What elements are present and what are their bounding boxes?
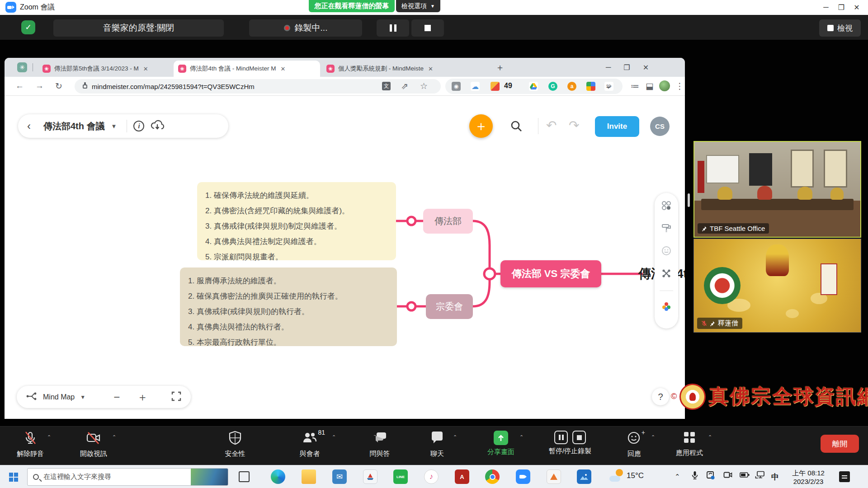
acrobat-icon[interactable]: A <box>455 469 469 484</box>
node-versus[interactable]: 傳法部 VS 宗委會 <box>500 260 601 287</box>
node-chuanfabu[interactable]: 傳法部 <box>423 209 473 234</box>
share-screen-button[interactable]: 分享畫面 ⌃ <box>476 431 526 456</box>
chevron-up-icon[interactable]: ⌃ <box>651 434 655 440</box>
back-icon[interactable]: ← <box>15 81 24 91</box>
info-icon[interactable]: i <box>133 121 144 131</box>
chevron-up-icon[interactable]: ⌃ <box>47 434 51 440</box>
reading-list-icon[interactable]: ≔ <box>631 81 639 91</box>
bookmark-star-icon[interactable]: ☆ <box>420 81 428 91</box>
address-bar[interactable]: mindmeister.com/map/2425981594?t=QV3E5WC… <box>75 79 441 94</box>
undo-icon[interactable]: ↶ <box>546 118 557 133</box>
line-app-icon[interactable]: LINE <box>393 469 408 484</box>
task-view-icon[interactable] <box>239 471 250 482</box>
taskbar-search-box[interactable]: 在這裡輸入文字來搜尋 <box>27 468 228 486</box>
photos-icon[interactable] <box>577 469 591 484</box>
tab-meeting4-active[interactable]: ❀ 傳法部4th 會議 - MindMeister M ✕ <box>174 61 320 77</box>
mindmeister-canvas[interactable]: ‹ 傳法部4th 會議 ▼ i ＋ ↶ ↷ Invite <box>5 96 685 419</box>
user-avatar[interactable]: CS <box>650 117 670 136</box>
ime-indicator[interactable]: 中 <box>771 472 779 482</box>
zoom-out-button[interactable]: − <box>113 391 120 404</box>
puzzle-extensions-icon[interactable]: 🧩︎ <box>604 82 613 91</box>
start-button[interactable] <box>9 473 18 482</box>
participants-button[interactable]: 81 與會者 ⌃ <box>285 431 335 458</box>
unmute-button[interactable]: 解除靜音 ⌃ <box>5 431 55 458</box>
translate-icon[interactable]: 文 <box>382 82 391 90</box>
profile-avatar[interactable] <box>659 80 670 91</box>
zoom-in-button[interactable]: ＋ <box>137 390 148 404</box>
video-tile-seattle[interactable]: TBF Seattle Office <box>693 141 861 238</box>
node-zongweihui[interactable]: 宗委會 <box>426 294 473 319</box>
search-icon[interactable] <box>510 120 523 134</box>
tray-chevron-icon[interactable]: ⌃ <box>675 473 680 481</box>
notification-center-icon[interactable] <box>839 471 850 482</box>
music-app-icon[interactable]: ♪ <box>424 469 439 484</box>
chevron-up-icon[interactable]: ⌃ <box>453 434 457 440</box>
google-drive-icon[interactable] <box>529 82 538 91</box>
view-options-button[interactable]: 檢視選項▼ <box>396 0 440 12</box>
back-icon[interactable]: ‹ <box>27 120 31 132</box>
tab-reward-plan[interactable]: ❀ 個人獎勵系統規劃 - MindMeiste ✕ <box>322 61 468 77</box>
paint-roller-icon[interactable] <box>661 223 672 235</box>
connection-scissors-icon[interactable] <box>661 268 672 281</box>
browser-minimize-button[interactable]: ─ <box>606 63 611 71</box>
video-tile-shilianseng[interactable]: 釋蓮僧 <box>693 239 861 333</box>
tray-network-display-icon[interactable] <box>755 471 765 480</box>
cloud-extension-icon[interactable]: ☁ <box>471 82 480 91</box>
tray-camera-icon[interactable] <box>723 471 732 480</box>
video-panel-handle[interactable] <box>688 193 690 207</box>
pause-recording-button[interactable] <box>377 19 409 37</box>
edge-icon[interactable] <box>271 469 285 484</box>
cloud-download-icon[interactable] <box>151 120 164 132</box>
fit-view-icon[interactable] <box>171 391 181 403</box>
minimize-button[interactable]: ─ <box>818 1 834 14</box>
close-button[interactable]: ✕ <box>849 1 864 14</box>
security-button[interactable]: 安全性 <box>210 431 260 458</box>
forward-icon[interactable]: → <box>35 81 44 91</box>
vlc-icon[interactable] <box>547 469 561 484</box>
chevron-up-icon[interactable]: ⌃ <box>708 434 712 440</box>
start-video-button[interactable]: 開啟視訊 ⌃ <box>69 431 118 458</box>
layout-circles-icon[interactable] <box>661 200 672 213</box>
zoom-taskbar-icon[interactable] <box>516 469 530 484</box>
pinned-tab-chatgpt-icon[interactable]: ✳ <box>17 62 27 72</box>
chrome-icon[interactable] <box>485 469 500 484</box>
tab-stack-extension-icon[interactable] <box>491 82 500 91</box>
chevron-up-icon[interactable]: ⌃ <box>332 434 336 440</box>
tab-meeting5[interactable]: ❀ 傳法部第5th會議 3/14/2023 - M ✕ <box>38 61 172 77</box>
help-button[interactable]: ? <box>652 388 669 405</box>
chuanfabu-notes-box[interactable]: 1. 確保傳承法統的維護與延續。 2. 真佛密法(含經咒印藏的統集與維護者)。 … <box>197 182 396 260</box>
browser-restore-button[interactable]: ❐ <box>623 63 630 72</box>
grammarly-icon[interactable]: G <box>548 82 557 91</box>
search-highlight-image[interactable] <box>191 468 228 486</box>
tray-screen-sync-icon[interactable] <box>706 471 715 481</box>
browser-close-button[interactable]: ✕ <box>643 63 649 72</box>
browser-menu-icon[interactable]: ⋮ <box>675 81 684 91</box>
share-icon[interactable]: ⇗ <box>401 81 408 91</box>
reload-icon[interactable]: ↻ <box>55 81 62 91</box>
tab-close-icon[interactable]: ✕ <box>281 66 286 72</box>
restore-button[interactable]: ❐ <box>834 1 849 14</box>
stop-recording-icon[interactable] <box>572 431 586 444</box>
side-panel-icon[interactable]: ⬓ <box>646 81 654 91</box>
chevron-down-icon[interactable]: ▼ <box>111 123 117 130</box>
chevron-up-icon[interactable]: ⌃ <box>112 434 116 440</box>
map-title[interactable]: 傳法部4th 會議 <box>43 120 105 132</box>
emoji-smiley-icon[interactable] <box>661 245 672 258</box>
chevron-down-icon[interactable]: ▼ <box>80 394 85 400</box>
screenshot-camera-icon[interactable]: ◉ <box>452 82 461 91</box>
boat-app-icon[interactable] <box>363 469 377 484</box>
clock-widget[interactable]: 上午 08:12 2023/2/23 <box>787 469 830 486</box>
mode-label[interactable]: Mind Map <box>43 393 75 401</box>
original-sound-pill[interactable]: 音樂家的原聲:關閉 <box>53 19 224 37</box>
amazon-assistant-icon[interactable]: a <box>567 82 576 91</box>
color-palette-icon[interactable] <box>661 301 672 314</box>
chat-button[interactable]: 聊天 ⌃ <box>412 431 462 458</box>
mail-icon[interactable]: ✉ <box>332 469 347 484</box>
tray-mic-icon[interactable] <box>692 471 698 481</box>
reactions-button[interactable]: + 回應 ⌃ <box>609 431 659 458</box>
view-button[interactable]: 檢視 <box>819 19 861 37</box>
tab-close-icon[interactable]: ✕ <box>428 66 433 72</box>
redo-icon[interactable]: ↷ <box>569 118 579 133</box>
qa-button[interactable]: 問與答 <box>355 431 405 458</box>
apps-button[interactable]: 應用程式 ⌃ <box>665 431 714 457</box>
